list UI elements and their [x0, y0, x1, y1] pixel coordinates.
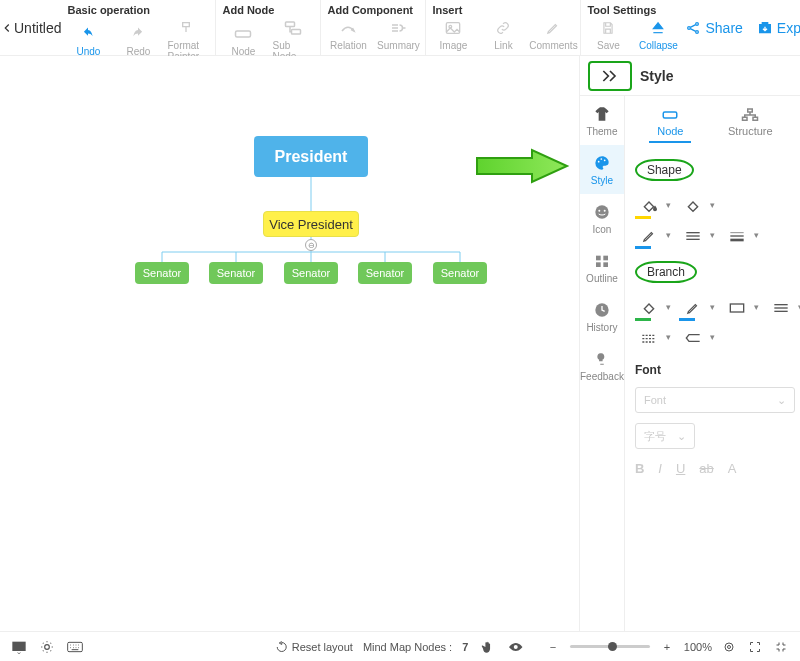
tshirt-icon [592, 104, 612, 124]
branch-dash-button[interactable]: ▾ [635, 327, 663, 349]
node-senator[interactable]: Senator [433, 262, 487, 284]
branch-fill-button[interactable]: ▾ [635, 297, 663, 319]
svg-point-17 [598, 161, 600, 163]
status-bar: Reset layout Mind Map Nodes : 7 − + 100% [0, 631, 800, 661]
group-label: Tool Settings [587, 4, 679, 16]
border-color-button[interactable]: ▾ [635, 225, 663, 247]
share-button[interactable]: Share [685, 20, 742, 36]
save-icon [598, 18, 618, 38]
node-senator[interactable]: Senator [284, 262, 338, 284]
vtab-style[interactable]: Style [580, 145, 624, 194]
collapse-button[interactable]: Collapse [637, 18, 679, 51]
svg-point-46 [45, 644, 50, 649]
svg-rect-29 [748, 109, 753, 112]
group-label: Add Component [327, 4, 419, 16]
zoom-out-button[interactable]: − [544, 638, 562, 656]
bucket-icon [641, 300, 657, 316]
font-family-select[interactable]: Font⌄ [635, 387, 795, 413]
insert-comments-button[interactable]: Comments [532, 18, 574, 51]
branch-line-color-button[interactable]: ▾ [679, 297, 707, 319]
presentation-button[interactable] [10, 638, 28, 656]
svg-rect-45 [12, 641, 25, 650]
border-width-button[interactable]: ▾ [723, 225, 751, 247]
connectors [0, 56, 579, 356]
collapse-toggle[interactable]: ⊖ [305, 239, 317, 251]
chevron-down-icon: ⌄ [677, 430, 686, 443]
svg-rect-2 [292, 30, 301, 35]
undo-icon [78, 24, 98, 44]
border-style-button[interactable]: ▾ [679, 225, 707, 247]
vtab-icon[interactable]: Icon [580, 194, 624, 243]
shape-fill-color-2-button[interactable]: ▾ [679, 195, 707, 217]
svg-point-21 [598, 210, 600, 212]
shape-fill-color-button[interactable]: ▾ [635, 195, 663, 217]
svg-point-19 [604, 159, 606, 161]
vtab-history[interactable]: History [580, 292, 624, 341]
reset-icon [276, 641, 288, 653]
share-icon [685, 20, 701, 36]
branch-lines-button[interactable]: ▾ [767, 297, 795, 319]
subtab-node[interactable]: Node [649, 104, 691, 143]
node-president[interactable]: President [254, 136, 368, 177]
vtab-outline[interactable]: Outline [580, 243, 624, 292]
summary-button[interactable]: Summary [377, 18, 419, 51]
svg-rect-25 [596, 262, 601, 267]
toolbar-group-tool-settings: Tool Settings Save Collapse [580, 0, 685, 64]
svg-point-50 [725, 643, 733, 651]
panel-collapse-button[interactable] [588, 61, 632, 91]
chevron-double-right-icon [600, 69, 620, 83]
reset-layout-button[interactable]: Reset layout [276, 638, 353, 656]
fit-button[interactable] [720, 638, 738, 656]
underline-button[interactable]: U [676, 461, 685, 476]
eye-tool-button[interactable] [506, 638, 524, 656]
brightness-button[interactable] [38, 638, 56, 656]
zoom-in-button[interactable]: + [658, 638, 676, 656]
vtab-feedback[interactable]: Feedback [580, 341, 624, 390]
export-icon [757, 20, 773, 36]
image-icon [443, 18, 463, 38]
insert-link-button[interactable]: Link [482, 18, 524, 51]
branch-arrow-button[interactable]: ▾ [679, 327, 707, 349]
structure-icon [741, 108, 759, 122]
insert-image-button[interactable]: Image [432, 18, 474, 51]
redo-icon [128, 24, 148, 44]
toolbar-group-basic: Basic operation Undo Redo Format Painter [61, 0, 215, 64]
group-label: Basic operation [67, 4, 209, 16]
hand-tool-button[interactable] [478, 638, 496, 656]
svg-marker-16 [477, 150, 567, 182]
vtab-theme[interactable]: Theme [580, 96, 624, 145]
font-size-select[interactable]: 字号⌄ [635, 423, 695, 449]
toolbar-group-add-component: Add Component Relation Summary [320, 0, 425, 64]
back-button[interactable] [0, 0, 14, 56]
node-senator[interactable]: Senator [358, 262, 412, 284]
node-vice-president[interactable]: Vice President [263, 211, 359, 237]
svg-rect-38 [730, 304, 743, 312]
italic-button[interactable]: I [658, 461, 662, 476]
node-senator[interactable]: Senator [209, 262, 263, 284]
outline-icon [592, 251, 612, 271]
svg-point-5 [688, 27, 691, 30]
relation-button[interactable]: Relation [327, 18, 369, 51]
toolbar-group-add-node: Add Node Node Sub Node [215, 0, 320, 64]
export-button[interactable]: Export [757, 20, 800, 36]
canvas[interactable]: President Vice President ⊖ Senator Senat… [0, 56, 579, 631]
subtab-structure[interactable]: Structure [720, 104, 781, 143]
font-color-button[interactable]: A [728, 461, 737, 476]
fullscreen-button[interactable] [746, 638, 764, 656]
svg-point-49 [728, 645, 731, 648]
document-title[interactable]: Untitled [14, 0, 61, 56]
toolbar-group-insert: Insert Image Link Comments [425, 0, 580, 64]
smiley-icon [592, 202, 612, 222]
exit-fullscreen-button[interactable] [772, 638, 790, 656]
strikethrough-button[interactable]: ab [699, 461, 713, 476]
node-senator[interactable]: Senator [135, 262, 189, 284]
keyboard-button[interactable] [66, 638, 84, 656]
arrow-left-icon [685, 332, 701, 344]
group-label: Insert [432, 4, 574, 16]
zoom-slider[interactable] [570, 645, 650, 648]
branch-rect-button[interactable]: ▾ [723, 297, 751, 319]
svg-rect-26 [603, 262, 608, 267]
bold-button[interactable]: B [635, 461, 644, 476]
svg-point-48 [513, 645, 517, 649]
save-button[interactable]: Save [587, 18, 629, 51]
